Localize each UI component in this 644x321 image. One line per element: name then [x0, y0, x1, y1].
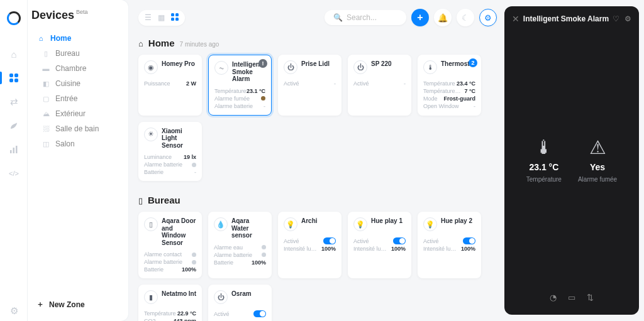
card-row: Température23.1 °C: [214, 87, 265, 95]
app-logo: [7, 11, 21, 25]
nav-rail: ⌂ ⇄ </> ⚙: [0, 0, 28, 321]
card-name: Prise Lidl: [301, 60, 330, 75]
card-name: Aqara Door and Window Sensor: [162, 217, 196, 246]
rail-devices-icon[interactable]: [0, 68, 28, 88]
notifications-button[interactable]: 🔔: [434, 9, 452, 26]
zone-salon[interactable]: ◫Salon: [28, 136, 128, 151]
card-row: Température23.4 °C: [423, 80, 475, 87]
svg-rect-9: [171, 18, 174, 21]
zone-home[interactable]: ⌂ Home: [28, 31, 128, 46]
toggle[interactable]: [323, 237, 336, 244]
zone-icon: ▢: [42, 95, 50, 103]
view-toggle: ☰ ▦: [138, 10, 185, 26]
device-card[interactable]: ▮ Netatmo Int Température22.9 °CCO2443 p…: [138, 285, 202, 321]
zone-label: Salon: [55, 139, 75, 148]
favorite-icon[interactable]: ♡: [613, 14, 619, 23]
zone-label: Bureau: [55, 49, 80, 58]
card-name: Hue play 1: [371, 217, 402, 232]
zone-bureau[interactable]: ▯Bureau: [28, 46, 128, 61]
card-row: Activé-: [353, 80, 406, 87]
plug-icon: ⏻: [214, 290, 228, 304]
device-card[interactable]: ⏻ Osram Activé: [208, 285, 272, 321]
zone-entrée[interactable]: ▢Entrée: [28, 91, 128, 106]
card-row: Activé: [353, 237, 406, 245]
card-row: Batterie100%: [214, 259, 266, 266]
close-icon[interactable]: ✕: [512, 14, 519, 24]
device-card[interactable]: ◉ Homey Pro Puissance2 W: [138, 55, 202, 116]
theme-button[interactable]: ☾: [457, 9, 474, 26]
card-row: Intensité lumineu...100%: [353, 245, 406, 253]
device-card[interactable]: 💡 Hue play 2 ActivéIntensité lumineu...1…: [418, 212, 481, 278]
thermo-icon: 🌡: [423, 60, 437, 74]
card-row: Luminance19 lx: [144, 153, 196, 161]
device-card[interactable]: 💧 Aqara Water sensor Alarme eauAlarme ba…: [208, 212, 272, 278]
device-card[interactable]: ▯ Aqara Door and Window Sensor Alarme co…: [138, 212, 202, 278]
device-card[interactable]: ⏻ SP 220 Activé-: [348, 55, 411, 116]
card-row: Batterie100%: [144, 266, 196, 273]
zones-sidebar: DevicesBeta ⌂ Home ▯Bureau▬Chambre◧Cuisi…: [28, 0, 128, 321]
view-list-icon[interactable]: ☰: [145, 13, 152, 23]
search-input[interactable]: 🔍 Search...: [325, 10, 406, 25]
new-zone-button[interactable]: ＋ New Zone: [28, 294, 128, 315]
detail-settings-icon[interactable]: ⚙: [625, 14, 631, 23]
zone-salle-de-bain[interactable]: ⛆Salle de bain: [28, 121, 128, 136]
sliders-icon[interactable]: ⇅: [587, 293, 594, 302]
add-button[interactable]: +: [411, 9, 429, 26]
rail-home-icon[interactable]: ⌂: [0, 44, 28, 64]
card-row: Activé-: [284, 80, 336, 87]
card-row: Alarme contact: [144, 251, 196, 258]
card-row: Puissance2 W: [144, 80, 196, 87]
card-name: Aqara Water sensor: [231, 217, 266, 239]
rail-flows-icon[interactable]: ⇄: [0, 92, 28, 112]
device-card[interactable]: ! ⏦ Intelligent Smoke Alarm Température2…: [208, 55, 272, 116]
device-card[interactable]: 💡 Archi ActivéIntensité lumineu...100%: [278, 212, 341, 278]
gauge-icon[interactable]: ◔: [550, 293, 557, 302]
zone-label: Extérieur: [55, 109, 86, 118]
svg-rect-2: [9, 79, 13, 82]
view-grid-icon[interactable]: ▦: [158, 13, 165, 23]
svg-rect-0: [9, 73, 13, 77]
card-row: Intensité lumineu...100%: [284, 245, 336, 253]
zone-extérieur[interactable]: ⛰Extérieur: [28, 106, 128, 121]
svg-rect-3: [14, 79, 18, 82]
rail-insights-icon[interactable]: [0, 139, 28, 160]
toggle[interactable]: [463, 237, 475, 244]
zone-label: Chambre: [55, 64, 86, 73]
rail-settings-icon[interactable]: ⚙: [0, 301, 28, 321]
card-row: Alarme eau: [214, 244, 266, 251]
metric-icon: ⚠: [589, 136, 606, 158]
bulb-icon: 💡: [284, 217, 297, 231]
home-icon: ⌂: [36, 35, 45, 42]
section-title: ⌂Home7 minutes ago: [138, 38, 497, 48]
zone-icon: ⛆: [42, 125, 50, 133]
card-row: Alarme fumée: [214, 95, 265, 102]
detail-panel: ✕ Intelligent Smoke Alarm ♡ ⚙ 🌡23.1 °CTe…: [504, 6, 639, 315]
card-badge: !: [258, 59, 267, 68]
toggle[interactable]: [253, 310, 266, 317]
card-name: SP 220: [371, 60, 392, 75]
battery-icon[interactable]: ▭: [568, 293, 575, 302]
section-icon: ▯: [138, 196, 143, 205]
zone-icon: ▯: [42, 50, 50, 58]
device-card[interactable]: 💡 Hue play 1 ActivéIntensité lumineu...1…: [348, 212, 411, 278]
rail-eco-icon[interactable]: [0, 116, 28, 136]
card-row: Température22.9 °C: [144, 310, 196, 317]
zone-cuisine[interactable]: ◧Cuisine: [28, 76, 128, 91]
section-icon: ⌂: [138, 39, 143, 48]
card-row: Batterie-: [144, 168, 196, 176]
rail-script-icon[interactable]: </>: [0, 163, 28, 183]
zone-icon: ▬: [42, 65, 50, 72]
device-card[interactable]: 2 🌡 Thermostat Température23.4 °CTempéra…: [418, 55, 481, 116]
toggle[interactable]: [393, 237, 406, 244]
card-row: ModeFrost-guard: [423, 95, 475, 102]
device-card[interactable]: ☀ Xiaomi Light Sensor Luminance19 lxAlar…: [138, 122, 202, 182]
card-row: CO2443 ppm: [144, 317, 196, 321]
detail-metric: ⚠YesAlarme fumée: [578, 136, 617, 183]
device-card[interactable]: ⏻ Prise Lidl Activé-: [278, 55, 341, 116]
settings-button[interactable]: ⚙: [479, 9, 497, 26]
water-icon: 💧: [214, 217, 228, 231]
main-content: ☰ ▦ 🔍 Search... + 🔔 ☾ ⚙ ⌂Home7 minutes a…: [128, 0, 504, 321]
zone-chambre[interactable]: ▬Chambre: [28, 61, 128, 76]
view-cards-icon[interactable]: [171, 13, 179, 23]
zone-icon: ⛰: [42, 110, 50, 117]
